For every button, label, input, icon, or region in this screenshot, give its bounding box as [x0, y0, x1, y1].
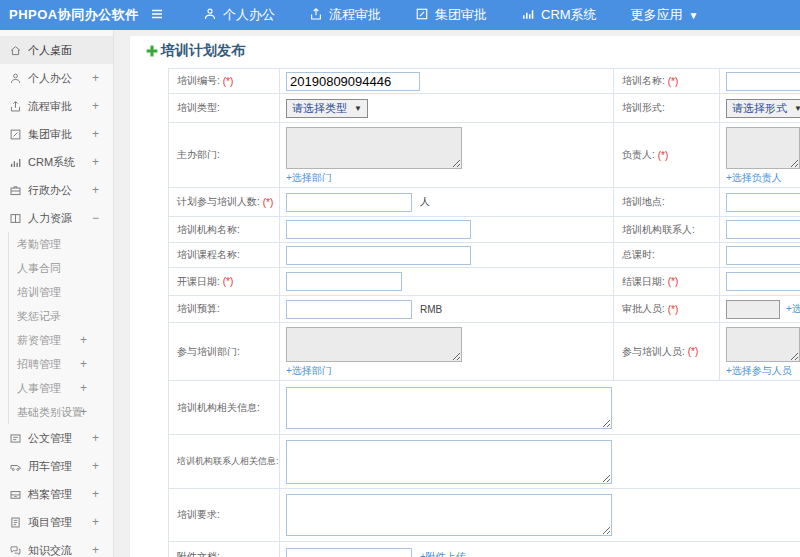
select-join-people-link[interactable]: +选择参与人员	[726, 364, 792, 378]
nav-more-apps[interactable]: 更多应用 ▼	[614, 0, 716, 30]
sidebar-item-personal-desktop[interactable]: 个人桌面	[0, 36, 113, 64]
attachment-input[interactable]	[286, 548, 412, 557]
sidebar-item-vehicle-mgmt[interactable]: 用车管理+	[0, 452, 113, 480]
sidebar-item-archive-mgmt[interactable]: 档案管理+	[0, 480, 113, 508]
location-input[interactable]	[726, 193, 800, 212]
attachment-upload-link[interactable]: +附件上传	[420, 550, 466, 557]
planned-count-input[interactable]	[286, 193, 412, 212]
training-type-label: 培训类型:	[169, 94, 279, 122]
leader-label: 负责人:(*)	[613, 123, 719, 187]
total-hours-input[interactable]	[726, 246, 800, 265]
currency-suffix: RMB	[420, 304, 442, 315]
book-icon	[9, 212, 22, 225]
location-label: 培训地点:	[613, 188, 719, 216]
start-date-input[interactable]	[286, 272, 402, 291]
org-contact-info-textarea[interactable]	[286, 440, 612, 484]
expand-plus-icon[interactable]: +	[92, 99, 99, 113]
sidebar-item-hr-contract[interactable]: 人事合同	[0, 256, 113, 280]
approver-input[interactable]	[726, 300, 780, 319]
sidebar-item-crm-system[interactable]: CRM系统+	[0, 148, 113, 176]
training-name-input[interactable]	[726, 72, 800, 91]
form-row-no-name: 培训编号:(*) 培训名称:(*)	[169, 69, 800, 94]
sidebar-toggle-button[interactable]	[142, 0, 172, 30]
expand-plus-icon[interactable]: +	[80, 381, 87, 395]
total-hours-cell	[719, 243, 800, 267]
sidebar-item-label: 奖惩记录	[17, 309, 61, 324]
edit-icon	[415, 7, 435, 24]
briefcase-icon	[9, 184, 22, 197]
nav-workflow-approval[interactable]: 流程审批	[292, 0, 398, 30]
host-dept-textarea[interactable]	[286, 127, 462, 169]
sidebar-item-base-category[interactable]: 基础类别设置+	[0, 400, 113, 424]
select-leader-link[interactable]: +选择负责人	[726, 171, 782, 185]
sidebar-item-reward-punish[interactable]: 奖惩记录	[0, 304, 113, 328]
requirement-textarea[interactable]	[286, 494, 612, 536]
expand-plus-icon[interactable]: +	[92, 183, 99, 197]
required-mark: (*)	[668, 76, 679, 87]
sidebar-item-label: 公文管理	[28, 431, 72, 446]
sidebar-item-group-approval[interactable]: 集团审批+	[0, 120, 113, 148]
expand-plus-icon[interactable]: +	[92, 487, 99, 501]
budget-cell: RMB	[279, 296, 613, 322]
select-host-dept-link[interactable]: +选择部门	[286, 171, 332, 185]
course-name-input[interactable]	[286, 246, 471, 265]
sidebar-item-hr[interactable]: 人力资源−	[0, 204, 113, 232]
org-info-textarea[interactable]	[286, 387, 612, 429]
join-dept-textarea[interactable]	[286, 327, 462, 362]
sidebar-item-doc-mgmt[interactable]: 公文管理+	[0, 424, 113, 452]
expand-plus-icon[interactable]: +	[92, 515, 99, 529]
training-mode-select[interactable]: 请选择形式▼	[726, 99, 800, 118]
form-row-dates: 开课日期:(*) 结课日期:(*)	[169, 268, 800, 296]
expand-plus-icon[interactable]: +	[92, 543, 99, 557]
sidebar-item-admin-office[interactable]: 行政办公+	[0, 176, 113, 204]
requirement-label: 培训要求:	[169, 489, 279, 541]
sidebar-menu: 个人桌面个人办公+流程审批+集团审批+CRM系统+行政办公+人力资源−考勤管理人…	[0, 30, 114, 557]
expand-plus-icon[interactable]: +	[92, 155, 99, 169]
nav-crm-system[interactable]: CRM系统	[504, 0, 614, 30]
expand-plus-icon[interactable]: +	[92, 127, 99, 141]
org-contact-input[interactable]	[726, 220, 800, 239]
expand-plus-icon[interactable]: +	[92, 431, 99, 445]
form-row-org: 培训机构名称: 培训机构联系人:	[169, 217, 800, 243]
expand-plus-icon[interactable]: +	[92, 71, 99, 85]
sidebar-item-recruit-mgmt[interactable]: 招聘管理+	[0, 352, 113, 376]
required-mark: (*)	[263, 197, 274, 208]
select-caret-icon: ▼	[354, 104, 362, 113]
select-approver-link[interactable]: +选择审批人	[786, 302, 800, 316]
sidebar-item-label: 项目管理	[28, 515, 72, 530]
end-date-label: 结课日期:(*)	[613, 268, 719, 295]
sidebar-item-label: 个人办公	[28, 71, 72, 86]
sidebar-item-attendance-mgmt[interactable]: 考勤管理	[0, 232, 113, 256]
sidebar-item-salary-mgmt[interactable]: 薪资管理+	[0, 328, 113, 352]
select-join-dept-link[interactable]: +选择部门	[286, 364, 332, 378]
nav-personal-office[interactable]: 个人办公	[186, 0, 292, 30]
sidebar-item-label: 档案管理	[28, 487, 72, 502]
chat-icon	[9, 544, 22, 557]
unit-suffix: 人	[420, 195, 430, 209]
sidebar-item-training-mgmt[interactable]: 培训管理	[0, 280, 113, 304]
leader-textarea[interactable]	[726, 127, 800, 169]
sidebar-item-knowledge-exchange[interactable]: 知识交流+	[0, 536, 113, 557]
nav-group-approval[interactable]: 集团审批	[398, 0, 504, 30]
budget-input[interactable]	[286, 300, 412, 319]
sidebar-item-workflow-approval[interactable]: 流程审批+	[0, 92, 113, 120]
required-mark: (*)	[223, 76, 234, 87]
expand-plus-icon[interactable]: +	[80, 333, 87, 347]
required-mark: (*)	[223, 276, 234, 287]
sidebar-item-project-mgmt[interactable]: 项目管理+	[0, 508, 113, 536]
training-type-select[interactable]: 请选择类型▼	[286, 99, 368, 118]
sidebar-item-label: 个人桌面	[28, 43, 72, 58]
org-name-input[interactable]	[286, 220, 471, 239]
collapse-minus-icon[interactable]: −	[92, 211, 99, 225]
join-people-label: 参与培训人员:(*)	[613, 323, 719, 380]
end-date-input[interactable]	[726, 272, 800, 291]
training-no-input[interactable]	[286, 72, 420, 91]
join-people-textarea[interactable]	[726, 327, 800, 362]
sidebar-item-personnel-mgmt[interactable]: 人事管理+	[0, 376, 113, 400]
archive-icon	[9, 488, 22, 501]
expand-plus-icon[interactable]: +	[80, 357, 87, 371]
expand-plus-icon[interactable]: +	[80, 405, 87, 419]
expand-plus-icon[interactable]: +	[92, 459, 99, 473]
course-name-cell	[279, 243, 613, 267]
sidebar-item-personal-office[interactable]: 个人办公+	[0, 64, 113, 92]
